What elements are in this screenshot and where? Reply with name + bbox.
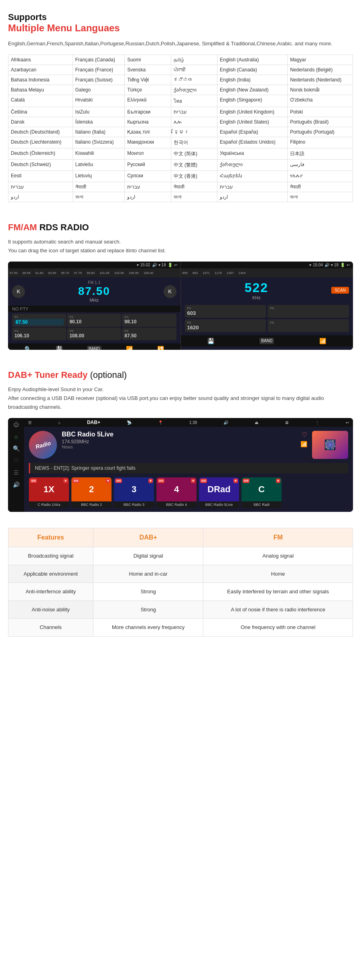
channel-badge: 0/0	[30, 479, 37, 483]
lang-cell: Magyar	[288, 55, 353, 65]
dab-channel[interactable]: 0/0 ♥ C BBC Radi	[241, 477, 282, 508]
lang-cell: नेपाली	[73, 182, 125, 192]
am-ruler-mark: 1404	[239, 271, 246, 275]
fm-search-icon[interactable]: 🔍	[24, 346, 31, 350]
fm-preset-btn[interactable]: P4 106.10	[12, 328, 66, 340]
lang-cell: Galego	[73, 85, 125, 95]
comparison-feature-name: Anti-interfernce ability	[8, 583, 93, 601]
comparison-feature-name: Broadcasting signal	[8, 547, 93, 565]
dab-news-ticker: NEWS - ENT[2]: Springer opera court figh…	[29, 463, 348, 473]
fm-battery-icon: 🔋	[168, 263, 172, 267]
lang-cell: اردو	[125, 192, 171, 202]
lang-cell: Íslenska	[73, 117, 125, 127]
lang-cell: Italiano (Svizzera)	[73, 137, 125, 148]
am-scan-btn[interactable]: SCAN	[331, 287, 349, 294]
dab-desc-line2: After connecting a USB DAB receiver (opt…	[8, 395, 324, 410]
fm-toolbar: 🔍 💾 BAND 📶 🔁	[8, 343, 180, 350]
fm-save-icon[interactable]: 💾	[56, 346, 63, 350]
comparison-dab-value: Digital signal	[93, 547, 203, 565]
dab-favorite-icon[interactable]: ♡	[302, 431, 307, 438]
lang-cell: English (United Kingdom)	[217, 107, 288, 117]
fm-preset-btn[interactable]: P3 98.10	[122, 314, 176, 327]
dab-eject-icon: ⏏	[255, 420, 258, 425]
comparison-dab-value: Home and in-car	[93, 565, 203, 583]
dab-container: ⏻ ⌂ 🔍 ♡ ☰ 🔊 ☰ ⌂ DAB+ 📡 📍 1:38 🔊 ⏏	[8, 418, 353, 512]
comparison-fm-value: One frequency with one channel	[203, 619, 353, 637]
fm-preset-btn[interactable]: P5 108.00	[67, 328, 121, 340]
dab-back-icon[interactable]: ↩	[346, 420, 349, 425]
channel-name: BBC Radio 2	[71, 501, 112, 508]
am-save-icon[interactable]: 💾	[207, 338, 214, 344]
lang-cell: اردو	[8, 192, 73, 202]
dab-channel[interactable]: 0/0 ♥ 1X C Radio 1Xtra	[29, 477, 69, 508]
dab-location-icon: 📍	[158, 420, 163, 425]
list-sidebar-icon[interactable]: ☰	[14, 469, 19, 476]
fm-ruler-mark: 97.75	[74, 271, 82, 275]
channel-heart: ♥	[276, 479, 280, 483]
fm-loop-icon[interactable]: 🔁	[157, 346, 164, 350]
dab-channel[interactable]: 0/0 ♥ 3 BBC Radio 3	[114, 477, 154, 508]
dab-title-optional: (optional)	[90, 370, 127, 380]
lang-cell: Afrikaans	[8, 55, 73, 65]
lang-cell: English (New Zealand)	[217, 85, 288, 95]
fm-next-btn[interactable]: K	[164, 285, 176, 298]
am-ruler-mark: 1179	[215, 271, 222, 275]
dab-channel[interactable]: 0/0 ♥ 2 BBC Radio 2	[71, 477, 112, 508]
lang-cell: Français (Canada)	[73, 55, 125, 65]
channel-badge: 0/0	[115, 479, 122, 483]
fm-prev-btn[interactable]: K	[12, 285, 25, 298]
am-freq-ruler: 8559631071117912871404	[181, 268, 353, 277]
comparison-feature-name: Channels	[8, 619, 93, 637]
heart-sidebar-icon[interactable]: ♡	[14, 457, 19, 464]
channel-name: BBC Radio 4	[156, 501, 197, 508]
am-band-icon[interactable]: BAND	[260, 338, 274, 344]
fm-preset-btn[interactable]: P1 87.50	[12, 314, 66, 327]
lang-cell: فارسی	[288, 159, 353, 170]
fm-wifi-signal-icon[interactable]: 📶	[126, 346, 133, 350]
fm-ruler-mark: 105.95	[129, 271, 138, 275]
am-wifi-signal-icon[interactable]: 📶	[319, 338, 326, 344]
fm-ruler-mark: 95.70	[61, 271, 69, 275]
comparison-section: Features DAB+ FM Broadcasting signalDigi…	[0, 520, 361, 645]
lang-cell: Latviešu	[73, 159, 125, 170]
channel-badge: 0/0	[243, 479, 249, 483]
dab-channel[interactable]: 0/0 ♥ 4 BBC Radio 4	[156, 477, 197, 508]
lang-cell: ሌሎ	[171, 117, 217, 127]
am-toolbar: 💾 BAND 📶	[181, 335, 353, 347]
dab-status-bar: ☰ ⌂ DAB+ 📡 📍 1:38 🔊 ⏏ 🖥 ⋮ ↩	[24, 418, 353, 427]
lang-cell: עברית	[8, 182, 73, 192]
lang-cell: Català	[8, 95, 73, 107]
volume-sidebar-icon[interactable]: 🔊	[13, 481, 20, 488]
power-icon[interactable]: ⏻	[13, 421, 19, 428]
dab-more-icon[interactable]: ⋮	[315, 420, 319, 425]
channel-heart: ♥	[233, 479, 238, 483]
lang-cell: नेपाली	[171, 182, 217, 192]
lang-cell: Հայերեն	[217, 170, 288, 182]
fm-presets: P1 87.50P2 90.10P3 98.10P4 106.10P5 108.…	[8, 312, 180, 342]
lang-cell: 中文 (简体)	[171, 148, 217, 159]
lang-cell: Bahasa Melayu	[8, 85, 73, 95]
search-sidebar-icon[interactable]: 🔍	[13, 445, 20, 452]
lang-cell: Kiswahili	[73, 148, 125, 159]
fm-freq-ruler: 87.5089.5591.6093.6595.7097.7599.80101.8…	[8, 268, 180, 277]
lang-cell: Lietuvių	[73, 170, 125, 182]
dab-volume-icon: 🔊	[223, 420, 228, 425]
fm-ruler-mark: 108.00	[144, 271, 153, 275]
dab-channel[interactable]: 0/0 ♥ DRad BBC Radio 5Live	[199, 477, 239, 508]
fm-band-icon[interactable]: BAND	[87, 346, 101, 350]
fm-preset-btn[interactable]: P6 87.50	[122, 328, 176, 340]
dab-main-content: Radio BBC Radio 5Live 174.928MHz News ♡ …	[24, 427, 353, 463]
lang-cell: Filipino	[288, 137, 353, 148]
channel-name: BBC Radio 3	[114, 501, 154, 508]
fm-volume-icon: 🔊	[152, 263, 157, 267]
dab-status-time: 1:38	[189, 420, 197, 425]
home-icon[interactable]: ⌂	[14, 433, 18, 440]
fm-preset-btn[interactable]: P2 90.10	[67, 314, 121, 327]
lang-cell: Hrvatski	[73, 95, 125, 107]
lang-cell: עברית	[125, 182, 171, 192]
am-ruler-mark: 963	[193, 271, 198, 275]
lang-cell: Ελληνικά	[125, 95, 171, 107]
lang-cell: اردو	[217, 192, 288, 202]
lang-cell: Čeština	[8, 107, 73, 117]
comparison-dab-value: Strong	[93, 601, 203, 619]
